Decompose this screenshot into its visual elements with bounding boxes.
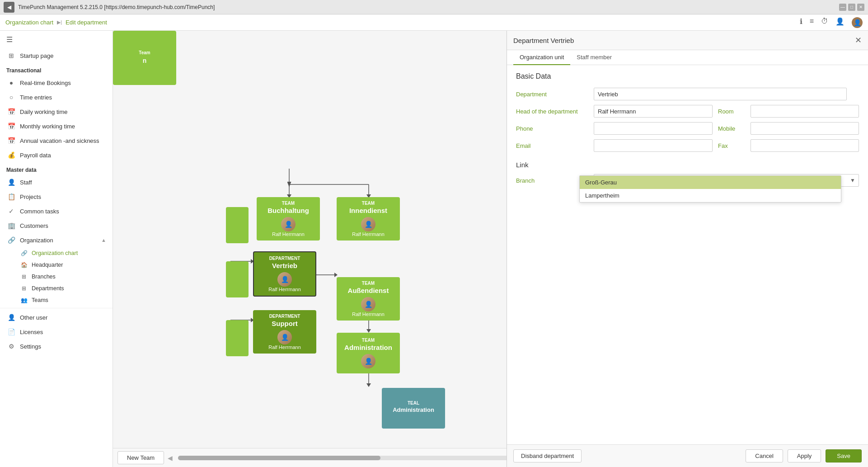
sidebar-item-organization[interactable]: 🔗 Organization ▲ bbox=[0, 233, 113, 247]
sidebar-headquarter-label: Headquarter bbox=[32, 262, 63, 268]
customers-icon: 🏢 bbox=[7, 222, 15, 229]
sidebar-teams-label: Teams bbox=[32, 297, 48, 303]
history-icon[interactable]: ⏱ bbox=[821, 17, 828, 28]
node-name-buchhaltung: Buchhaltung bbox=[267, 207, 309, 214]
user-icon[interactable]: 👤 bbox=[835, 17, 845, 28]
panel-close-button[interactable]: ✕ bbox=[855, 35, 862, 45]
svg-marker-14 bbox=[366, 329, 371, 333]
sidebar-item-licenses[interactable]: 📄 Licenses bbox=[0, 325, 113, 339]
email-row: Email Fax bbox=[516, 139, 859, 152]
sidebar-item-departments[interactable]: ⊞ Departments bbox=[0, 283, 113, 294]
close-button[interactable]: ✕ bbox=[857, 4, 864, 11]
panel-footer: Disband department Cancel Apply Save bbox=[507, 444, 868, 467]
top-node-partial[interactable]: Team n bbox=[113, 31, 176, 85]
mobile-input[interactable] bbox=[751, 122, 859, 135]
node-administration[interactable]: Team Administration 👤 bbox=[337, 333, 400, 373]
head-input[interactable] bbox=[594, 105, 713, 118]
sidebar-item-payroll[interactable]: 💰 Payroll data bbox=[0, 148, 113, 162]
node-person-innendienst: Ralf Herrmann bbox=[352, 231, 385, 237]
left-block-2 bbox=[226, 261, 249, 297]
sidebar-item-startup[interactable]: ⊞ Startup page bbox=[0, 48, 113, 63]
horizontal-scroll-thumb bbox=[178, 456, 380, 460]
sidebar-item-settings[interactable]: ⚙ Settings bbox=[0, 339, 113, 354]
sidebar-dailyworking-label: Daily working time bbox=[20, 108, 67, 115]
maximize-button[interactable]: □ bbox=[848, 4, 855, 11]
department-input[interactable] bbox=[594, 88, 847, 100]
sidebar-item-dailyworking[interactable]: 📅 Daily working time bbox=[0, 104, 113, 119]
dropdown-option-lampertheim[interactable]: Lampertheim bbox=[580, 189, 841, 202]
back-button[interactable]: ◀ bbox=[4, 2, 14, 13]
sidebar-item-otheruser[interactable]: 👤 Other user bbox=[0, 310, 113, 325]
save-button[interactable]: Save bbox=[826, 449, 862, 462]
orgchart-icon: 🔗 bbox=[20, 250, 28, 256]
avatar-buchhaltung: 👤 bbox=[281, 217, 296, 231]
sidebar-item-monthlyworking[interactable]: 📅 Monthly working time bbox=[0, 119, 113, 133]
sidebar-branches-label: Branches bbox=[32, 274, 56, 280]
node-support[interactable]: Department Support 👤 Ralf Herrmann bbox=[253, 310, 316, 354]
hamburger-menu[interactable]: ☰ bbox=[0, 31, 113, 48]
node-name-teal-admin: Administration bbox=[393, 406, 434, 413]
node-vertrieb[interactable]: Department Vertrieb 👤 Ralf Herrmann bbox=[253, 251, 316, 297]
node-person-aussendienst: Ralf Herrmann bbox=[352, 311, 385, 317]
sidebar-orgchart-label: Organization chart bbox=[32, 250, 78, 256]
sidebar-timeentries-label: Time entries bbox=[20, 94, 52, 101]
room-input[interactable] bbox=[751, 105, 859, 118]
apply-button[interactable]: Apply bbox=[788, 449, 821, 462]
org-chart-breadcrumb[interactable]: Organization chart bbox=[5, 19, 53, 26]
node-aussendienst[interactable]: Team Außendienst 👤 Ralf Herrmann bbox=[337, 277, 400, 321]
annualvacation-icon: 📅 bbox=[7, 137, 15, 144]
tab-staff-member[interactable]: Staff member bbox=[570, 50, 618, 65]
departments-icon: ⊞ bbox=[20, 285, 28, 292]
edit-department-link[interactable]: Edit department bbox=[66, 19, 107, 26]
cancel-button[interactable]: Cancel bbox=[746, 449, 783, 462]
startup-icon: ⊞ bbox=[7, 52, 15, 59]
link-title: Link bbox=[516, 161, 859, 169]
sidebar-item-staff[interactable]: 👤 Staff bbox=[0, 175, 113, 189]
avatar-aussendienst: 👤 bbox=[361, 297, 375, 311]
disband-department-button[interactable]: Disband department bbox=[513, 449, 582, 462]
node-name-aussendienst: Außendienst bbox=[348, 287, 389, 294]
scroll-left-icon[interactable]: ◀ bbox=[168, 454, 173, 462]
sidebar-item-annualvacation[interactable]: 📅 Annual vacation -and sickness bbox=[0, 133, 113, 148]
sidebar-item-customers[interactable]: 🏢 Customers bbox=[0, 218, 113, 233]
sidebar-item-commontasks[interactable]: ✓ Common tasks bbox=[0, 204, 113, 218]
panel-title: Department Vertrieb bbox=[513, 37, 574, 44]
sidebar-commontasks-label: Common tasks bbox=[20, 208, 59, 215]
node-type-innendienst: Team bbox=[362, 201, 375, 206]
commontasks-icon: ✓ bbox=[7, 208, 15, 215]
sidebar-item-orgchart[interactable]: 🔗 Organization chart bbox=[0, 247, 113, 259]
department-row: Department bbox=[516, 88, 859, 100]
sidebar-projects-label: Projects bbox=[20, 193, 41, 200]
panel-body: Basic Data Department Head of the depart… bbox=[507, 65, 868, 444]
avatar-icon[interactable]: 👤 bbox=[852, 17, 863, 28]
sidebar-item-realtime[interactable]: ● Real-time Bookings bbox=[0, 75, 113, 90]
new-team-button[interactable]: New Team bbox=[117, 451, 164, 464]
phone-row: Phone Mobile bbox=[516, 122, 859, 135]
node-type-administration: Team bbox=[362, 338, 375, 343]
phone-input[interactable] bbox=[594, 122, 713, 135]
sidebar-item-projects[interactable]: 📋 Projects bbox=[0, 189, 113, 204]
sidebar-item-teams[interactable]: 👥 Teams bbox=[0, 294, 113, 306]
email-input[interactable] bbox=[594, 139, 713, 152]
sidebar-item-branches[interactable]: ⊞ Branches bbox=[0, 271, 113, 283]
fax-input[interactable] bbox=[751, 139, 859, 152]
sidebar-payroll-label: Payroll data bbox=[20, 152, 51, 159]
node-person-support: Ralf Herrmann bbox=[268, 344, 301, 350]
dailyworking-icon: 📅 bbox=[7, 108, 15, 115]
minimize-button[interactable]: — bbox=[839, 4, 846, 11]
left-block-3 bbox=[226, 320, 249, 356]
avatar-innendienst: 👤 bbox=[361, 217, 375, 231]
sidebar-item-timeentries[interactable]: ○ Time entries bbox=[0, 90, 113, 104]
node-innendienst[interactable]: Team Innendienst 👤 Ralf Herrmann bbox=[337, 197, 400, 241]
info-icon[interactable]: ℹ bbox=[800, 17, 802, 28]
branch-dropdown-popup: Groß-Gerau Lampertheim bbox=[579, 175, 841, 203]
sidebar-departments-label: Departments bbox=[32, 285, 64, 292]
window-title: TimePunch Management 5.2.215.0 [https://… bbox=[18, 4, 835, 10]
tab-organization-unit[interactable]: Organization unit bbox=[513, 50, 570, 65]
list-icon[interactable]: ≡ bbox=[810, 17, 814, 28]
department-panel: Department Vertrieb ✕ Organization unit … bbox=[507, 31, 868, 467]
node-teal-admin[interactable]: Teal Administration bbox=[382, 388, 445, 429]
dropdown-option-gross-gerau[interactable]: Groß-Gerau bbox=[580, 176, 841, 189]
sidebar-item-headquarter[interactable]: 🏠 Headquarter bbox=[0, 259, 113, 271]
node-buchhaltung[interactable]: Team Buchhaltung 👤 Ralf Herrmann bbox=[257, 197, 320, 241]
